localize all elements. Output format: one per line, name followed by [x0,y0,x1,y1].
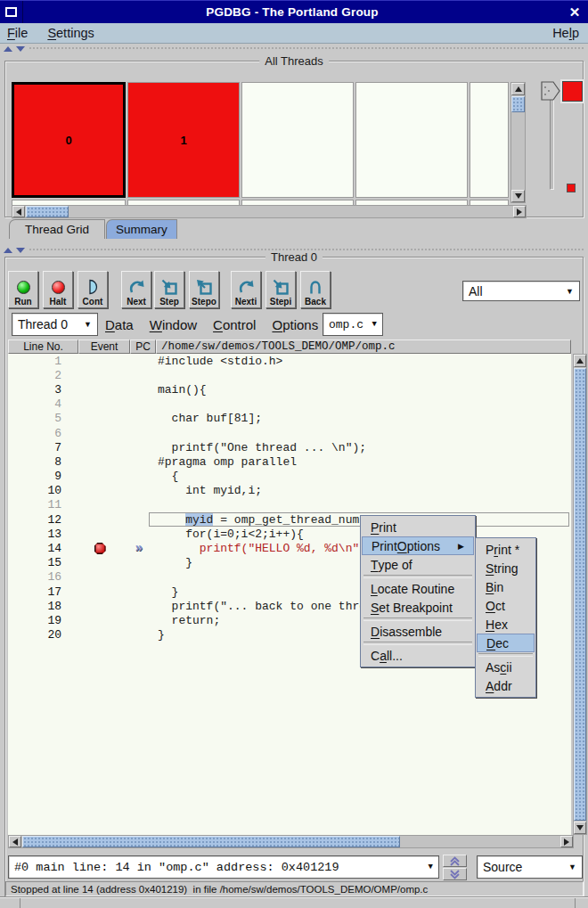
thread-grid-hscrollbar[interactable] [12,205,527,218]
column-header-pc[interactable]: PC [130,339,156,354]
scroll-down-button[interactable] [574,822,586,834]
submenu-item-ascii[interactable]: Ascii [477,658,535,676]
hscroll-thumb[interactable] [22,836,400,847]
code-text: } [152,556,192,569]
vscroll-thumb[interactable] [574,368,586,821]
panel-menu-control[interactable]: Control [213,317,256,332]
column-header-file-path[interactable]: /home/sw/demos/TOOLS_DEMO/OMP/omp.c [156,339,571,354]
file-select[interactable]: omp.c ▼ [323,313,383,336]
context-menu-item-locate-routine[interactable]: Locate Routine [362,579,474,598]
stepi-button[interactable]: Stepi [265,271,296,308]
splitter-collapse-up-icon[interactable] [4,248,12,253]
frame-down-button[interactable] [443,868,467,880]
thread-cell-3[interactable] [355,82,468,198]
close-button[interactable]: ✕ [561,4,588,20]
column-header-event[interactable]: Event [78,339,130,354]
source-row[interactable]: 1#include <stdio.h> [8,354,571,368]
scope-select[interactable]: All ▼ [462,281,580,301]
hscroll-thumb[interactable] [26,206,69,217]
splitter-collapse-up-icon[interactable] [4,46,12,52]
panel-menu-window[interactable]: Window [150,317,197,332]
panel-menu-options[interactable]: Options [272,317,318,332]
back-button[interactable]: Back [300,271,331,308]
source-row[interactable]: 2 [8,368,571,382]
selected-expression[interactable]: myid [185,513,213,527]
scroll-left-button[interactable] [12,206,25,217]
submenu-item-hex[interactable]: Hex [477,615,535,634]
source-row[interactable]: 12 myid = omp_get_thread_num(); [8,512,571,527]
thread-cell-4[interactable] [470,82,509,198]
submenu-item-bin[interactable]: Bin [477,577,535,596]
stepo-button[interactable]: Stepo [189,271,219,308]
context-menu-item-disassemble[interactable]: Disassemble [362,622,474,641]
column-header-line-no[interactable]: Line No. [8,339,78,354]
source-vscrollbar[interactable] [573,354,587,835]
run-button[interactable]: Run [8,271,38,308]
thread-select[interactable]: Thread 0 ▼ [12,313,98,336]
thread-grid-vscrollbar[interactable] [510,82,526,203]
source-row[interactable]: 11 [8,498,571,512]
thread-cell-2[interactable] [241,82,354,198]
context-menu-item-type-of[interactable]: Type of [362,555,474,574]
source-row[interactable]: 8#pragma omp parallel [8,454,571,469]
submenu-item-dec[interactable]: Dec [477,634,535,652]
submenu-item-addr[interactable]: Addr [477,676,535,695]
splitter-collapse-down-icon[interactable] [16,248,25,253]
frame-divider [575,898,576,908]
window-menu-button[interactable] [0,1,23,24]
scroll-right-button[interactable] [513,206,526,217]
submenu-item-oct[interactable]: Oct [477,596,535,615]
vscroll-thumb[interactable] [511,96,525,112]
panel-menu-data[interactable]: Data [105,317,134,332]
line-number: 11 [8,498,74,511]
source-row[interactable]: 3main(){ [8,382,571,397]
grid-zoom-slider-handle[interactable] [540,80,561,102]
run-icon [14,278,32,296]
source-row[interactable]: 10 int myid,i; [8,484,571,498]
scroll-left-button[interactable] [9,836,21,847]
source-hscrollbar[interactable] [8,835,574,848]
cont-button[interactable]: Cont [78,271,108,308]
frame-up-button[interactable] [443,855,467,867]
scroll-up-button[interactable] [574,355,586,367]
next-button[interactable]: Next [121,271,151,308]
submenu-item-print[interactable]: Print * [477,540,535,559]
thread-cell-0[interactable]: 0 [12,82,126,198]
breakpoint-icon[interactable] [94,543,106,554]
view-mode-select[interactable]: Source ▼ [477,855,583,879]
print-options-submenu: Print *StringBinOctHexDecAsciiAddr [475,537,536,698]
halt-button[interactable]: Halt [43,271,73,308]
context-menu-item-call[interactable]: Call... [362,646,474,665]
source-row[interactable]: 7 printf("One thread ... \n"); [8,440,571,454]
stack-frame-select[interactable]: #0 main line: 14 in "omp.c" address: 0x4… [8,855,439,879]
menu-settings[interactable]: Settings [47,26,94,40]
splitter-collapse-down-icon[interactable] [16,46,25,52]
tab-summary[interactable]: Summary [106,219,177,239]
step-into-icon [160,278,178,296]
source-row[interactable]: 4 [8,397,571,412]
event-cell[interactable] [74,543,126,554]
nexti-button[interactable]: Nexti [231,271,261,308]
context-menu-item-set-breakpoint[interactable]: Set Breakpoint [362,598,474,617]
grid-zoom-slider-track[interactable] [550,90,554,190]
step-button[interactable]: Step [154,271,184,308]
scroll-down-button[interactable] [511,190,525,202]
code-text: main(){ [152,383,207,397]
context-menu-item-print-options[interactable]: Print Options▶ [362,536,474,555]
context-menu-item-print[interactable]: Print [362,518,474,536]
source-row[interactable]: 9 { [8,470,571,484]
left-arrow-icon [12,838,18,846]
submenu-item-string[interactable]: String [477,559,535,577]
code-text: } [152,585,178,599]
source-row[interactable]: 6 [8,426,571,440]
menu-file[interactable]: File [7,26,28,40]
source-row[interactable]: 5 char buf[81]; [8,412,571,426]
menu-help[interactable]: Help [552,26,579,40]
thread-cell-1[interactable]: 1 [127,82,240,198]
scope-select-value: All [469,284,483,299]
code-text: int myid,i; [152,484,262,497]
scroll-up-button[interactable] [511,83,525,95]
scroll-right-button[interactable] [560,836,573,847]
splitter-top[interactable] [0,45,588,53]
tab-thread-grid[interactable]: Thread Grid [9,219,105,239]
